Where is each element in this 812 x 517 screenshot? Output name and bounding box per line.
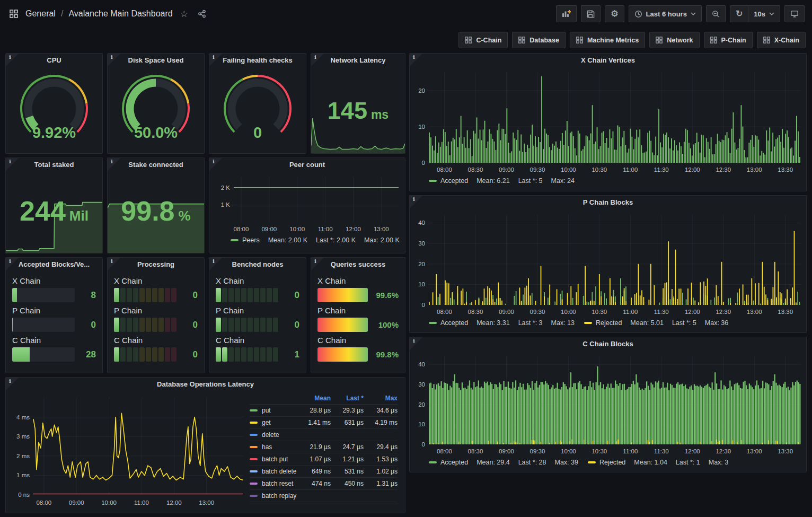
panel-title[interactable]: Disk Space Used	[108, 54, 204, 67]
breadcrumb-folder[interactable]: General	[25, 9, 56, 19]
legend-table-header[interactable]: Mean	[297, 392, 331, 405]
bar-gauge-fill	[12, 318, 13, 332]
total-staked-value: 244Mil	[6, 195, 102, 227]
gradient-gauge-bar	[317, 347, 368, 362]
panel-title[interactable]: Accepted Blocks/Ve...	[6, 258, 102, 271]
panel-title[interactable]: Stake connected	[108, 158, 204, 172]
panel-title[interactable]: C Chain Blocks	[410, 337, 806, 351]
lcd-segment	[158, 318, 164, 332]
legend-table-header[interactable]: Max	[364, 392, 398, 405]
panel-title[interactable]: Network Latency	[311, 54, 405, 67]
dashboard-link-database[interactable]: Database	[512, 32, 566, 48]
panel-title[interactable]: Total staked	[6, 158, 102, 172]
favorite-star-button[interactable]: ☆	[178, 7, 190, 21]
panel-info-icon[interactable]: i	[209, 258, 222, 270]
panel-info-icon[interactable]: i	[311, 258, 324, 270]
dashboard-link-machine-metrics[interactable]: Machine Metrics	[570, 32, 645, 48]
panel-benched-nodes: i Benched nodes X Chain0P Chain0C Chain1	[209, 257, 306, 373]
svg-text:12:30: 12:30	[716, 309, 731, 315]
panel-info-icon[interactable]: i	[410, 54, 422, 66]
lcd-segment	[241, 318, 246, 332]
panel-title[interactable]: P Chain Blocks	[410, 196, 806, 209]
svg-text:08:00: 08:00	[234, 226, 249, 232]
legend-series-label[interactable]: Peers	[242, 236, 260, 244]
time-range-picker[interactable]: Last 6 hours	[629, 5, 702, 22]
legend-table-value: 474 ns	[297, 478, 331, 490]
c-chain-blocks-chart[interactable]: 08:0008:3009:0009:3010:0010:3011:0011:30…	[411, 351, 805, 457]
peer-count-chart[interactable]: 08:0009:0010:0011:0012:0013:001 K2 K	[210, 172, 404, 235]
panel-title[interactable]: Database Operations Latency	[6, 378, 405, 391]
panel-info-icon[interactable]: i	[311, 54, 324, 66]
legend-series-label[interactable]: Accepted	[440, 177, 468, 185]
legend-series-label[interactable]: batch put	[262, 455, 288, 463]
panel-title[interactable]: Failing health checks	[209, 54, 306, 67]
legend-table-value: 1.21 µs	[331, 453, 364, 466]
save-dashboard-button[interactable]	[581, 5, 601, 22]
panel-accepted-blocks: i Accepted Blocks/Ve... X Chain8P Chain0…	[5, 257, 103, 373]
panel-info-icon[interactable]: i	[6, 158, 19, 171]
svg-text:13:00: 13:00	[747, 167, 762, 173]
breadcrumb-dashboard-title[interactable]: Avalanche Main Dashboard	[68, 9, 172, 19]
panel-title[interactable]: X Chain Vertices	[410, 54, 806, 67]
zoom-out-time-button[interactable]	[706, 5, 726, 22]
legend-series-label[interactable]: batch replay	[262, 492, 296, 500]
panel-info-icon[interactable]: i	[108, 258, 120, 270]
lcd-segment	[222, 318, 227, 332]
dashboard-link-p-chain[interactable]: P-Chain	[704, 32, 753, 48]
legend-series-label[interactable]: put	[262, 407, 271, 414]
add-panel-button[interactable]	[556, 5, 577, 22]
dashboard-link-network[interactable]: Network	[649, 32, 699, 48]
dashboard-link-x-chain[interactable]: X-Chain	[757, 32, 806, 48]
panel-info-icon[interactable]: i	[6, 54, 19, 66]
panel-title[interactable]: CPU	[6, 54, 102, 67]
legend-series-label[interactable]: Accepted	[440, 459, 468, 466]
legend-series-label[interactable]: has	[262, 443, 272, 451]
legend-series-swatch	[231, 239, 239, 241]
svg-text:40: 40	[418, 361, 425, 367]
legend-series-swatch	[584, 322, 592, 324]
legend-table-header[interactable]: Last *	[331, 392, 364, 405]
legend-series-label[interactable]: batch delete	[262, 468, 296, 475]
panel-info-icon[interactable]: i	[108, 54, 120, 66]
gradient-gauge-value: 99.6%	[373, 291, 399, 300]
panel-info-icon[interactable]: i	[209, 54, 222, 66]
legend-series-label[interactable]: get	[262, 419, 271, 426]
panel-title[interactable]: Benched nodes	[209, 258, 306, 271]
panel-info-icon[interactable]: i	[6, 258, 19, 270]
legend-series-label[interactable]: Rejected	[599, 459, 625, 466]
legend-series-label[interactable]: batch reset	[262, 480, 293, 487]
p-chain-blocks-chart[interactable]: 08:0008:3009:0009:3010:0010:3011:0011:30…	[411, 209, 805, 318]
legend-series-label[interactable]: delete	[262, 431, 279, 439]
panel-title[interactable]: Peer count	[209, 158, 405, 172]
lcd-segment	[254, 318, 259, 332]
svg-text:11:00: 11:00	[623, 448, 638, 454]
db-latency-chart[interactable]: 08:0009:0010:0011:0012:0013:000 ns1 ms2 …	[8, 391, 248, 509]
panel-failing-health-checks: i Failing health checks 0	[209, 53, 306, 154]
svg-text:0: 0	[422, 302, 425, 308]
legend-series-label[interactable]: Rejected	[596, 319, 622, 327]
refresh-icon: ↻	[736, 10, 743, 18]
panel-info-icon[interactable]: i	[108, 158, 120, 171]
chain-label: C Chain	[216, 336, 299, 345]
panel-title[interactable]: Queries success	[311, 258, 405, 271]
bar-gauge-track	[12, 318, 75, 332]
panel-info-icon[interactable]: i	[209, 158, 222, 171]
panel-info-icon[interactable]: i	[410, 337, 422, 350]
legend-table-value: 450 ns	[331, 478, 364, 490]
gradient-gauge-value: 99.8%	[373, 350, 399, 359]
panel-title[interactable]: Processing	[108, 258, 204, 271]
dashboard-settings-button[interactable]: ⚙	[605, 5, 624, 22]
dashboards-grid-icon[interactable]	[7, 8, 20, 19]
share-dashboard-button[interactable]	[196, 8, 208, 19]
panel-info-icon[interactable]: i	[410, 196, 422, 208]
dashboard-link-c-chain[interactable]: C-Chain	[458, 32, 508, 48]
cycle-view-mode-button[interactable]	[784, 5, 805, 22]
refresh-interval-picker[interactable]: 10s	[748, 5, 780, 22]
x-chain-vertices-chart[interactable]: 08:0008:3009:0009:3010:0010:3011:0011:30…	[411, 67, 805, 176]
lcd-segment	[133, 347, 138, 362]
lcd-segment	[146, 288, 151, 302]
legend-table-value: 1.53 µs	[364, 453, 398, 466]
refresh-dashboard-button[interactable]: ↻	[730, 5, 748, 22]
legend-series-label[interactable]: Accepted	[440, 319, 468, 327]
panel-info-icon[interactable]: i	[6, 378, 19, 390]
